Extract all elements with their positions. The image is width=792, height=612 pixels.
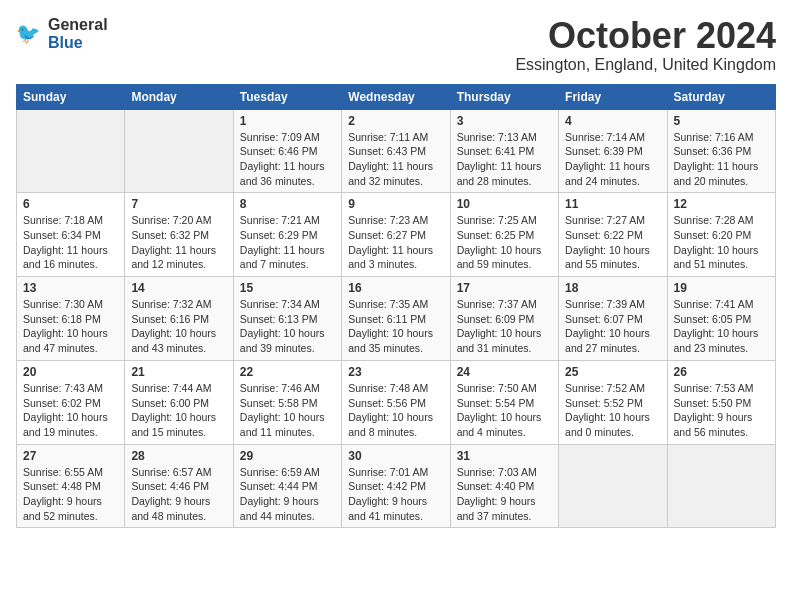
- day-number: 22: [240, 365, 335, 379]
- calendar-cell: [125, 109, 233, 193]
- day-number: 15: [240, 281, 335, 295]
- calendar-cell: 11Sunrise: 7:27 AM Sunset: 6:22 PM Dayli…: [559, 193, 667, 277]
- location-title: Essington, England, United Kingdom: [515, 56, 776, 74]
- calendar-cell: 29Sunrise: 6:59 AM Sunset: 4:44 PM Dayli…: [233, 444, 341, 528]
- calendar-cell: 18Sunrise: 7:39 AM Sunset: 6:07 PM Dayli…: [559, 277, 667, 361]
- day-number: 18: [565, 281, 660, 295]
- column-header-monday: Monday: [125, 84, 233, 109]
- calendar-week-row: 1Sunrise: 7:09 AM Sunset: 6:46 PM Daylig…: [17, 109, 776, 193]
- day-info: Sunrise: 7:41 AM Sunset: 6:05 PM Dayligh…: [674, 297, 769, 356]
- day-info: Sunrise: 7:25 AM Sunset: 6:25 PM Dayligh…: [457, 213, 552, 272]
- title-block: October 2024 Essington, England, United …: [515, 16, 776, 74]
- day-number: 27: [23, 449, 118, 463]
- calendar-cell: 2Sunrise: 7:11 AM Sunset: 6:43 PM Daylig…: [342, 109, 450, 193]
- calendar-cell: 21Sunrise: 7:44 AM Sunset: 6:00 PM Dayli…: [125, 360, 233, 444]
- calendar-cell: 9Sunrise: 7:23 AM Sunset: 6:27 PM Daylig…: [342, 193, 450, 277]
- calendar-cell: 1Sunrise: 7:09 AM Sunset: 6:46 PM Daylig…: [233, 109, 341, 193]
- day-info: Sunrise: 7:23 AM Sunset: 6:27 PM Dayligh…: [348, 213, 443, 272]
- day-number: 11: [565, 197, 660, 211]
- calendar-cell: 6Sunrise: 7:18 AM Sunset: 6:34 PM Daylig…: [17, 193, 125, 277]
- month-title: October 2024: [515, 16, 776, 56]
- logo: 🐦 General Blue: [16, 16, 108, 51]
- calendar-cell: 20Sunrise: 7:43 AM Sunset: 6:02 PM Dayli…: [17, 360, 125, 444]
- day-number: 14: [131, 281, 226, 295]
- calendar-cell: 30Sunrise: 7:01 AM Sunset: 4:42 PM Dayli…: [342, 444, 450, 528]
- calendar-cell: 4Sunrise: 7:14 AM Sunset: 6:39 PM Daylig…: [559, 109, 667, 193]
- calendar-cell: 10Sunrise: 7:25 AM Sunset: 6:25 PM Dayli…: [450, 193, 558, 277]
- calendar-cell: 5Sunrise: 7:16 AM Sunset: 6:36 PM Daylig…: [667, 109, 775, 193]
- day-number: 24: [457, 365, 552, 379]
- logo-blue-text: Blue: [48, 34, 83, 51]
- column-header-saturday: Saturday: [667, 84, 775, 109]
- calendar-cell: 31Sunrise: 7:03 AM Sunset: 4:40 PM Dayli…: [450, 444, 558, 528]
- day-info: Sunrise: 7:14 AM Sunset: 6:39 PM Dayligh…: [565, 130, 660, 189]
- day-info: Sunrise: 7:30 AM Sunset: 6:18 PM Dayligh…: [23, 297, 118, 356]
- day-info: Sunrise: 7:32 AM Sunset: 6:16 PM Dayligh…: [131, 297, 226, 356]
- day-number: 8: [240, 197, 335, 211]
- day-info: Sunrise: 7:03 AM Sunset: 4:40 PM Dayligh…: [457, 465, 552, 524]
- day-number: 26: [674, 365, 769, 379]
- day-number: 28: [131, 449, 226, 463]
- calendar-cell: 14Sunrise: 7:32 AM Sunset: 6:16 PM Dayli…: [125, 277, 233, 361]
- calendar-week-row: 13Sunrise: 7:30 AM Sunset: 6:18 PM Dayli…: [17, 277, 776, 361]
- day-info: Sunrise: 7:46 AM Sunset: 5:58 PM Dayligh…: [240, 381, 335, 440]
- day-info: Sunrise: 7:34 AM Sunset: 6:13 PM Dayligh…: [240, 297, 335, 356]
- calendar-cell: [17, 109, 125, 193]
- day-number: 25: [565, 365, 660, 379]
- day-number: 20: [23, 365, 118, 379]
- calendar-cell: 15Sunrise: 7:34 AM Sunset: 6:13 PM Dayli…: [233, 277, 341, 361]
- day-info: Sunrise: 7:11 AM Sunset: 6:43 PM Dayligh…: [348, 130, 443, 189]
- day-info: Sunrise: 7:53 AM Sunset: 5:50 PM Dayligh…: [674, 381, 769, 440]
- day-info: Sunrise: 7:44 AM Sunset: 6:00 PM Dayligh…: [131, 381, 226, 440]
- day-number: 2: [348, 114, 443, 128]
- logo-general-text: General: [48, 16, 108, 33]
- day-number: 16: [348, 281, 443, 295]
- day-number: 3: [457, 114, 552, 128]
- day-info: Sunrise: 7:52 AM Sunset: 5:52 PM Dayligh…: [565, 381, 660, 440]
- day-info: Sunrise: 7:09 AM Sunset: 6:46 PM Dayligh…: [240, 130, 335, 189]
- day-number: 21: [131, 365, 226, 379]
- day-info: Sunrise: 6:57 AM Sunset: 4:46 PM Dayligh…: [131, 465, 226, 524]
- calendar-cell: 27Sunrise: 6:55 AM Sunset: 4:48 PM Dayli…: [17, 444, 125, 528]
- day-info: Sunrise: 6:55 AM Sunset: 4:48 PM Dayligh…: [23, 465, 118, 524]
- day-info: Sunrise: 7:39 AM Sunset: 6:07 PM Dayligh…: [565, 297, 660, 356]
- day-number: 9: [348, 197, 443, 211]
- calendar-cell: 26Sunrise: 7:53 AM Sunset: 5:50 PM Dayli…: [667, 360, 775, 444]
- day-info: Sunrise: 7:43 AM Sunset: 6:02 PM Dayligh…: [23, 381, 118, 440]
- column-header-wednesday: Wednesday: [342, 84, 450, 109]
- day-number: 4: [565, 114, 660, 128]
- calendar-table: SundayMondayTuesdayWednesdayThursdayFrid…: [16, 84, 776, 529]
- calendar-cell: 12Sunrise: 7:28 AM Sunset: 6:20 PM Dayli…: [667, 193, 775, 277]
- calendar-cell: 16Sunrise: 7:35 AM Sunset: 6:11 PM Dayli…: [342, 277, 450, 361]
- day-number: 30: [348, 449, 443, 463]
- calendar-header-row: SundayMondayTuesdayWednesdayThursdayFrid…: [17, 84, 776, 109]
- day-info: Sunrise: 7:28 AM Sunset: 6:20 PM Dayligh…: [674, 213, 769, 272]
- day-number: 23: [348, 365, 443, 379]
- calendar-cell: 23Sunrise: 7:48 AM Sunset: 5:56 PM Dayli…: [342, 360, 450, 444]
- day-number: 13: [23, 281, 118, 295]
- calendar-cell: 3Sunrise: 7:13 AM Sunset: 6:41 PM Daylig…: [450, 109, 558, 193]
- calendar-cell: 25Sunrise: 7:52 AM Sunset: 5:52 PM Dayli…: [559, 360, 667, 444]
- day-info: Sunrise: 7:37 AM Sunset: 6:09 PM Dayligh…: [457, 297, 552, 356]
- day-number: 7: [131, 197, 226, 211]
- day-info: Sunrise: 7:35 AM Sunset: 6:11 PM Dayligh…: [348, 297, 443, 356]
- day-number: 6: [23, 197, 118, 211]
- calendar-week-row: 6Sunrise: 7:18 AM Sunset: 6:34 PM Daylig…: [17, 193, 776, 277]
- day-info: Sunrise: 7:01 AM Sunset: 4:42 PM Dayligh…: [348, 465, 443, 524]
- calendar-cell: 8Sunrise: 7:21 AM Sunset: 6:29 PM Daylig…: [233, 193, 341, 277]
- day-number: 12: [674, 197, 769, 211]
- day-number: 29: [240, 449, 335, 463]
- calendar-cell: 24Sunrise: 7:50 AM Sunset: 5:54 PM Dayli…: [450, 360, 558, 444]
- day-info: Sunrise: 6:59 AM Sunset: 4:44 PM Dayligh…: [240, 465, 335, 524]
- logo-bird-icon: 🐦: [16, 20, 44, 48]
- column-header-friday: Friday: [559, 84, 667, 109]
- calendar-cell: 22Sunrise: 7:46 AM Sunset: 5:58 PM Dayli…: [233, 360, 341, 444]
- column-header-tuesday: Tuesday: [233, 84, 341, 109]
- day-info: Sunrise: 7:13 AM Sunset: 6:41 PM Dayligh…: [457, 130, 552, 189]
- day-info: Sunrise: 7:18 AM Sunset: 6:34 PM Dayligh…: [23, 213, 118, 272]
- calendar-cell: 13Sunrise: 7:30 AM Sunset: 6:18 PM Dayli…: [17, 277, 125, 361]
- day-info: Sunrise: 7:48 AM Sunset: 5:56 PM Dayligh…: [348, 381, 443, 440]
- day-number: 19: [674, 281, 769, 295]
- day-info: Sunrise: 7:27 AM Sunset: 6:22 PM Dayligh…: [565, 213, 660, 272]
- day-number: 1: [240, 114, 335, 128]
